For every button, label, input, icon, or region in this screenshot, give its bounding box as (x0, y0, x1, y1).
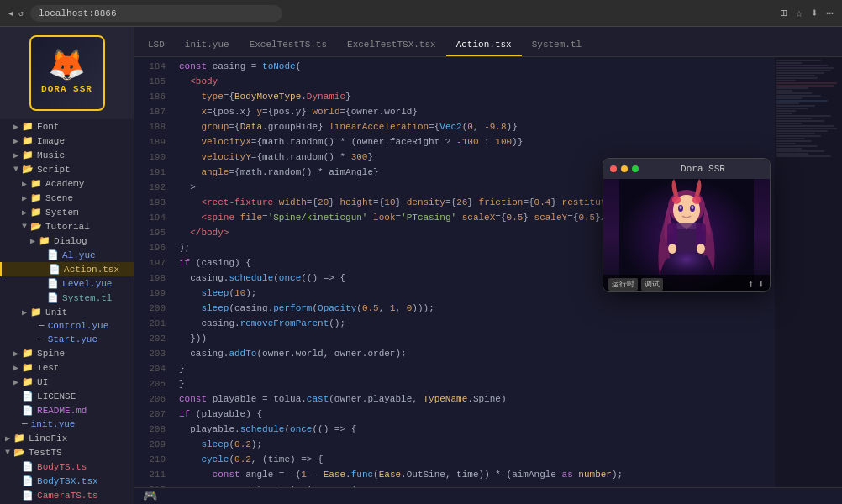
sidebar-item-academy[interactable]: ▶ 📁 Academy (0, 176, 134, 191)
code-line-207: if (playable) { (172, 407, 775, 422)
preview-scroll-icon[interactable]: ⬆ (747, 277, 754, 291)
tab-system-tl[interactable]: System.tl (522, 34, 592, 56)
svg-point-7 (692, 206, 694, 209)
sidebar-item-label: UI (37, 377, 48, 387)
code-line-184: const casing = toNode( (172, 59, 775, 74)
preview-scroll-down-icon[interactable]: ⬇ (758, 277, 765, 291)
logo-text: DORA SSR (41, 84, 92, 94)
sidebar-item-action-tsx[interactable]: ▶ 📄 Action.tsx (0, 262, 134, 276)
chevron-right-icon: ▶ (13, 377, 18, 387)
preview-control-1[interactable]: 运行时 (608, 278, 638, 291)
main-layout: 🦊 DORA SSR ▶ 📁 Font ▶ 📁 Image ▶ 📁 Music … (0, 27, 842, 504)
code-line-206: const playable = tolua.cast(owner.playab… (172, 391, 775, 407)
back-button[interactable]: ◀ (8, 8, 13, 18)
code-line-201: casing.removeFromParent(); (172, 316, 775, 331)
code-line-185: <body (172, 74, 775, 89)
sidebar-item-label: Tutorial (45, 222, 90, 232)
sidebar-item-spine[interactable]: ▶ 📁 Spine (0, 346, 134, 360)
code-line-188: group={Data.groupHide} linearAcceleratio… (172, 119, 775, 134)
code-line-208: playable.schedule(once(() => { (172, 422, 775, 437)
sidebar-item-testts[interactable]: ▼ 📂 TestTS (0, 445, 134, 459)
folder-icon: 📁 (22, 121, 34, 132)
svg-point-15 (697, 244, 705, 254)
sidebar-item-start-yue[interactable]: ▶ ─ Start.yue (0, 333, 134, 346)
sidebar-item-linefix[interactable]: ▶ 📁 LineFix (0, 431, 134, 445)
file-icon: 📄 (22, 475, 34, 486)
code-line-205: } (172, 376, 775, 391)
sidebar-item-tutorial[interactable]: ▼ 📂 Tutorial (0, 219, 134, 234)
tab-lsd[interactable]: LSD (138, 34, 175, 56)
sidebar-item-license[interactable]: ▶ 📄 LICENSE (0, 389, 134, 403)
tab-init-yue[interactable]: init.yue (175, 34, 239, 56)
sidebar-item-font[interactable]: ▶ 📁 Font (0, 119, 134, 134)
file-icon: 📄 (22, 461, 34, 472)
folder-icon: 📂 (30, 221, 42, 232)
sidebar-item-control-yue[interactable]: ▶ ─ Control.yue (0, 319, 134, 333)
preview-control-2[interactable]: 调试 (641, 278, 663, 291)
reload-button[interactable]: ↺ (18, 8, 24, 18)
more-icon[interactable]: ⋯ (827, 6, 834, 20)
file-icon: 📄 (47, 278, 59, 289)
maximize-dot[interactable] (632, 165, 639, 172)
chevron-right-icon: ▶ (30, 236, 35, 246)
folder-icon: 📁 (30, 207, 42, 218)
preview-title: Dora SSR (681, 164, 725, 174)
address-bar[interactable]: localhost:8866 (30, 5, 282, 22)
sidebar-item-camerats[interactable]: ▶ 📄 CameraTS.ts (0, 488, 134, 502)
sidebar-item-level-yue[interactable]: ▶ 📄 Level.yue (0, 276, 134, 291)
minimap (775, 57, 842, 487)
folder-icon: 📁 (22, 376, 34, 387)
code-line-211: const angle = -(1 - Ease.func(Ease.OutSi… (172, 467, 775, 482)
sidebar-item-dialog[interactable]: ▶ 📁 Dialog (0, 234, 134, 248)
preview-window[interactable]: Dora SSR (603, 158, 771, 292)
logo-area: 🦊 DORA SSR (0, 27, 134, 119)
code-line-200: sleep(casing.perform(Opacity(0.5, 1, 0))… (172, 301, 775, 316)
chevron-right-icon: ▶ (13, 136, 18, 146)
minimize-dot[interactable] (621, 165, 628, 172)
sidebar-item-bodyts[interactable]: ▶ 📄 BodyTS.ts (0, 459, 134, 474)
sidebar: 🦊 DORA SSR ▶ 📁 Font ▶ 📁 Image ▶ 📁 Music … (0, 27, 134, 504)
sidebar-item-label: Music (37, 150, 65, 160)
code-line-202: })) (172, 331, 775, 346)
sidebar-item-label: Academy (45, 179, 84, 189)
sidebar-item-test[interactable]: ▶ 📁 Test (0, 360, 134, 375)
preview-titlebar: Dora SSR (603, 159, 770, 179)
sidebar-item-ui[interactable]: ▶ 📁 UI (0, 375, 134, 389)
tab-exceltestts[interactable]: ExcelTestTS.ts (239, 34, 337, 56)
sidebar-item-script[interactable]: ▼ 📂 Script (0, 162, 134, 176)
url-text: localhost:8866 (39, 8, 116, 18)
sidebar-item-label: System.tl (62, 293, 112, 303)
folder-icon: 📂 (13, 447, 25, 458)
sidebar-item-unit[interactable]: ▶ 📁 Unit (0, 305, 134, 319)
folder-icon: 📁 (30, 178, 42, 189)
sidebar-item-system-tl[interactable]: ▶ 📄 System.tl (0, 291, 134, 305)
close-dot[interactable] (610, 165, 617, 172)
sidebar-item-label: Image (37, 136, 65, 146)
tab-exceltesttsx[interactable]: ExcelTestTSX.tsx (337, 34, 446, 56)
sidebar-item-image[interactable]: ▶ 📁 Image (0, 134, 134, 148)
sidebar-item-bodytsx[interactable]: ▶ 📄 BodyTSX.tsx (0, 474, 134, 488)
star-icon[interactable]: ☆ (796, 6, 803, 20)
chevron-right-icon: ▶ (13, 122, 18, 132)
sidebar-item-label: BodyTSX.tsx (37, 476, 98, 486)
grid-icon[interactable]: ⊞ (780, 6, 787, 20)
download-icon[interactable]: ⬇ (811, 6, 818, 20)
file-icon: 📄 (22, 391, 34, 402)
file-icon: 📄 (47, 249, 59, 260)
svg-rect-11 (676, 223, 697, 229)
sidebar-item-music[interactable]: ▶ 📁 Music (0, 148, 134, 162)
chevron-right-icon: ▶ (22, 179, 27, 189)
sidebar-item-label: Scene (45, 193, 73, 203)
sidebar-item-scene[interactable]: ▶ 📁 Scene (0, 191, 134, 205)
sidebar-item-readme[interactable]: ▶ 📄 README.md (0, 403, 134, 417)
sidebar-item-system[interactable]: ▶ 📁 System (0, 205, 134, 219)
svg-point-8 (672, 196, 681, 204)
sidebar-item-label: Action.tsx (64, 265, 119, 275)
code-area[interactable]: 184185186187188 189190191192193 19419519… (134, 57, 842, 487)
tab-action-tsx[interactable]: Action.tsx (446, 34, 522, 56)
sidebar-item-ai-yue[interactable]: ▶ 📄 Al.yue (0, 248, 134, 262)
folder-icon: 📁 (22, 135, 34, 146)
sidebar-item-init-yue[interactable]: ▶ ─ init.yue (0, 417, 134, 431)
svg-rect-12 (667, 223, 677, 247)
file-icon: 📄 (22, 405, 34, 416)
